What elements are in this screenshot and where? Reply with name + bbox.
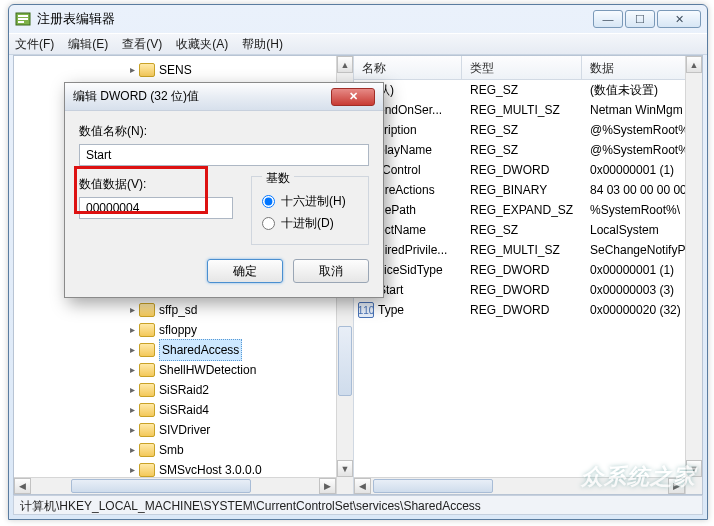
folder-icon <box>139 443 155 457</box>
value-list-pane: 名称 类型 数据 ab认)REG_SZ(数值未设置)abendOnSer...R… <box>354 56 702 494</box>
folder-icon <box>139 363 155 377</box>
tree-item[interactable]: ▸SiSRaid4 <box>14 400 351 420</box>
scroll-thumb[interactable] <box>71 479 251 493</box>
expand-icon[interactable]: ▸ <box>126 400 138 420</box>
tree-item[interactable]: ▸sffp_sd <box>14 300 351 320</box>
menubar: 文件(F) 编辑(E) 查看(V) 收藏夹(A) 帮助(H) <box>9 33 707 55</box>
value-row[interactable]: 110TypeREG_DWORD0x00000020 (32) <box>354 300 702 320</box>
value-type: REG_SZ <box>462 83 582 97</box>
tree-item-label: SharedAccess <box>159 339 242 361</box>
scroll-thumb[interactable] <box>338 326 352 396</box>
value-data-field[interactable] <box>79 197 233 219</box>
value-row[interactable]: 110viceSidTypeREG_DWORD0x00000001 (1) <box>354 260 702 280</box>
edit-dword-dialog: 编辑 DWORD (32 位)值 ✕ 数值名称(N): 数值数据(V): 基数 … <box>64 82 384 298</box>
expand-icon[interactable]: ▸ <box>126 420 138 440</box>
watermark: 众系统之家 <box>581 462 696 492</box>
cancel-button[interactable]: 取消 <box>293 259 369 283</box>
value-row[interactable]: 110rControlREG_DWORD0x00000001 (1) <box>354 160 702 180</box>
value-data: @%SystemRoot% <box>582 143 702 157</box>
tree-item[interactable]: ▸ShellHWDetection <box>14 360 351 380</box>
folder-icon <box>139 343 155 357</box>
tree-item-label: sfloppy <box>159 320 197 340</box>
binary-value-icon: 110 <box>358 302 374 318</box>
maximize-button[interactable]: ☐ <box>625 10 655 28</box>
value-row[interactable]: abectNameREG_SZLocalSystem <box>354 220 702 240</box>
app-icon <box>15 11 31 27</box>
value-row[interactable]: 110StartREG_DWORD0x00000003 (3) <box>354 280 702 300</box>
expand-icon[interactable]: ▸ <box>126 360 138 380</box>
scroll-thumb[interactable] <box>373 479 493 493</box>
dialog-title: 编辑 DWORD (32 位)值 <box>73 88 331 105</box>
col-type[interactable]: 类型 <box>462 56 582 79</box>
menu-file[interactable]: 文件(F) <box>15 36 54 53</box>
value-row[interactable]: ab认)REG_SZ(数值未设置) <box>354 80 702 100</box>
tree-hscroll[interactable]: ◀ ▶ <box>14 477 336 494</box>
dialog-titlebar[interactable]: 编辑 DWORD (32 位)值 ✕ <box>65 83 383 111</box>
value-data: @%SystemRoot% <box>582 123 702 137</box>
value-row[interactable]: abuiredPrivile...REG_MULTI_SZSeChangeNot… <box>354 240 702 260</box>
expand-icon[interactable]: ▸ <box>126 440 138 460</box>
value-row[interactable]: abblayNameREG_SZ@%SystemRoot% <box>354 140 702 160</box>
titlebar[interactable]: 注册表编辑器 — ☐ ✕ <box>9 5 707 33</box>
expand-icon[interactable]: ▸ <box>126 300 138 320</box>
value-type: REG_DWORD <box>462 163 582 177</box>
folder-icon <box>139 403 155 417</box>
value-name: blayName <box>378 143 432 157</box>
menu-edit[interactable]: 编辑(E) <box>68 36 108 53</box>
menu-help[interactable]: 帮助(H) <box>242 36 283 53</box>
value-name-field[interactable] <box>79 144 369 166</box>
value-data: 0x00000001 (1) <box>582 263 702 277</box>
value-name: rControl <box>378 163 421 177</box>
menu-view[interactable]: 查看(V) <box>122 36 162 53</box>
tree-item-label: SENS <box>159 60 192 80</box>
value-data: 0x00000003 (3) <box>582 283 702 297</box>
expand-icon[interactable]: ▸ <box>126 320 138 340</box>
radix-dec-radio[interactable]: 十进制(D) <box>262 214 358 232</box>
ok-button[interactable]: 确定 <box>207 259 283 283</box>
list-vscroll[interactable]: ▲ ▼ <box>685 56 702 494</box>
tree-item[interactable]: ▸SiSRaid2 <box>14 380 351 400</box>
tree-item[interactable]: ▸SENS <box>14 60 351 80</box>
radix-hex-radio[interactable]: 十六进制(H) <box>262 192 358 210</box>
tree-item[interactable]: ▸sfloppy <box>14 320 351 340</box>
scroll-down-icon[interactable]: ▼ <box>337 460 353 477</box>
value-type: REG_SZ <box>462 223 582 237</box>
menu-favorites[interactable]: 收藏夹(A) <box>176 36 228 53</box>
close-button[interactable]: ✕ <box>657 10 701 28</box>
scroll-up-icon[interactable]: ▲ <box>686 56 702 73</box>
column-headers[interactable]: 名称 类型 数据 <box>354 56 702 80</box>
minimize-button[interactable]: — <box>593 10 623 28</box>
statusbar: 计算机\HKEY_LOCAL_MACHINE\SYSTEM\CurrentCon… <box>13 495 703 515</box>
value-row[interactable]: abgePathREG_EXPAND_SZ%SystemRoot%\ <box>354 200 702 220</box>
value-type: REG_MULTI_SZ <box>462 103 582 117</box>
scroll-up-icon[interactable]: ▲ <box>337 56 353 73</box>
col-data[interactable]: 数据 <box>582 56 702 79</box>
folder-icon <box>139 323 155 337</box>
value-row[interactable]: abendOnSer...REG_MULTI_SZNetman WinMgm <box>354 100 702 120</box>
value-data: 0x00000020 (32) <box>582 303 702 317</box>
value-row[interactable]: 110ureActionsREG_BINARY84 03 00 00 00 00… <box>354 180 702 200</box>
value-name: uiredPrivile... <box>378 243 447 257</box>
col-name[interactable]: 名称 <box>354 56 462 79</box>
dialog-close-button[interactable]: ✕ <box>331 88 375 106</box>
value-data: LocalSystem <box>582 223 702 237</box>
expand-icon[interactable]: ▸ <box>126 380 138 400</box>
tree-item-label: SiSRaid4 <box>159 400 209 420</box>
value-type: REG_DWORD <box>462 283 582 297</box>
tree-item[interactable]: ▸SharedAccess <box>14 340 351 360</box>
svg-rect-3 <box>18 21 24 23</box>
folder-icon <box>139 423 155 437</box>
value-data: %SystemRoot%\ <box>582 203 702 217</box>
svg-rect-2 <box>18 18 28 20</box>
value-data: 84 03 00 00 00 00 0 <box>582 183 702 197</box>
tree-item[interactable]: ▸Smb <box>14 440 351 460</box>
value-data: (数值未设置) <box>582 82 702 99</box>
expand-icon[interactable]: ▸ <box>126 340 138 360</box>
scroll-left-icon[interactable]: ◀ <box>354 478 371 494</box>
scroll-right-icon[interactable]: ▶ <box>319 478 336 494</box>
expand-icon[interactable]: ▸ <box>126 60 138 80</box>
value-row[interactable]: abcriptionREG_SZ@%SystemRoot% <box>354 120 702 140</box>
folder-icon <box>139 463 155 477</box>
tree-item[interactable]: ▸SIVDriver <box>14 420 351 440</box>
scroll-left-icon[interactable]: ◀ <box>14 478 31 494</box>
